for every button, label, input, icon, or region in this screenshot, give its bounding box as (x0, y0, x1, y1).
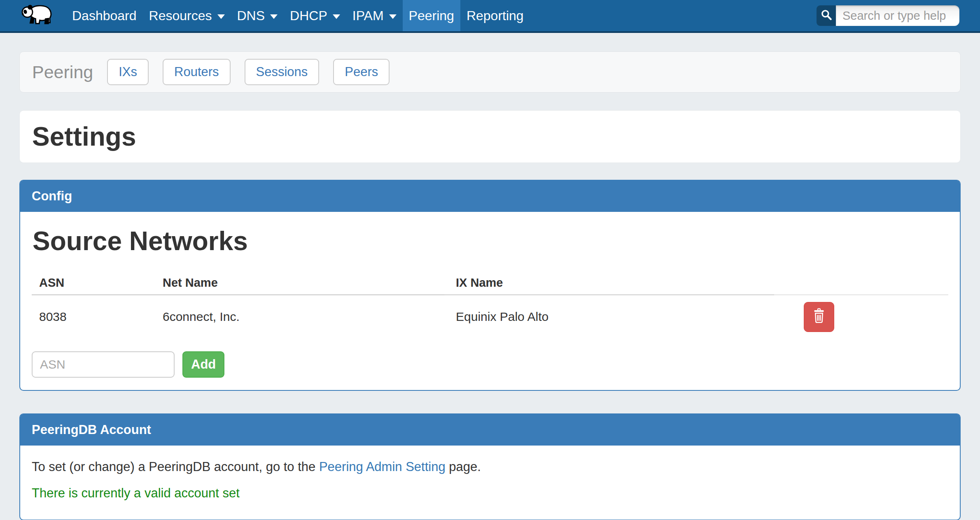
routers-button[interactable]: Routers (163, 59, 231, 85)
nav-label: IPAM (352, 8, 384, 23)
main-nav: Dashboard Resources DNS DHCP IPAM Peerin… (66, 0, 530, 31)
caret-down-icon (389, 14, 397, 19)
trash-icon (812, 307, 826, 327)
cell-actions (803, 302, 948, 332)
peeringdb-panel-body: To set (or change) a PeeringDB account, … (20, 446, 960, 520)
source-networks-heading: Source Networks (32, 226, 948, 256)
delete-source-network-button[interactable] (804, 302, 834, 332)
nav-label: DNS (237, 8, 265, 23)
top-navbar: Dashboard Resources DNS DHCP IPAM Peerin… (0, 0, 980, 33)
nav-item-reporting[interactable]: Reporting (460, 0, 530, 31)
search-button[interactable] (817, 5, 836, 26)
cell-net-name: 6connect, Inc. (163, 310, 456, 324)
config-panel: Config Source Networks ASN Net Name IX N… (19, 180, 961, 391)
nav-label: Dashboard (72, 8, 137, 23)
nav-item-peering[interactable]: Peering (403, 0, 460, 31)
search-input[interactable] (836, 5, 959, 26)
config-panel-body: Source Networks ASN Net Name IX Name 803… (20, 212, 960, 390)
column-header-ix-name: IX Name (456, 276, 803, 290)
page-content: Peering IXs Routers Sessions Peers Setti… (0, 51, 980, 520)
nav-label: DHCP (290, 8, 327, 23)
table-row: 8038 6connect, Inc. Equinix Palo Alto (32, 295, 948, 337)
nav-item-dhcp[interactable]: DHCP (284, 0, 346, 31)
column-header-net-name: Net Name (163, 276, 456, 290)
caret-down-icon (217, 14, 225, 19)
caret-down-icon (333, 14, 340, 19)
instruction-text-before: To set (or change) a PeeringDB account, … (32, 460, 319, 474)
settings-panel: Settings (19, 110, 961, 163)
instruction-text-after: page. (446, 460, 481, 474)
nav-item-ipam[interactable]: IPAM (346, 0, 403, 31)
nav-item-dashboard[interactable]: Dashboard (66, 0, 143, 31)
global-search (817, 0, 959, 31)
sessions-button[interactable]: Sessions (245, 59, 320, 85)
asn-input[interactable] (32, 351, 175, 378)
caret-down-icon (270, 14, 278, 19)
cell-asn: 8038 (32, 310, 163, 324)
brand-logo[interactable] (19, 0, 55, 31)
peering-toolbar: Peering IXs Routers Sessions Peers (19, 51, 961, 93)
table-header-row: ASN Net Name IX Name (32, 271, 948, 294)
column-header-asn: ASN (32, 276, 163, 290)
ixs-button[interactable]: IXs (107, 59, 149, 85)
nav-item-dns[interactable]: DNS (231, 0, 284, 31)
add-button[interactable]: Add (182, 351, 224, 378)
settings-heading: Settings (32, 121, 136, 152)
nav-item-resources[interactable]: Resources (143, 0, 231, 31)
nav-label: Resources (149, 8, 212, 23)
peering-admin-setting-link[interactable]: Peering Admin Setting (319, 460, 446, 474)
nav-label: Peering (409, 8, 454, 23)
peeringdb-instruction: To set (or change) a PeeringDB account, … (32, 460, 948, 474)
cell-ix-name: Equinix Palo Alto (456, 310, 803, 324)
search-icon (820, 8, 833, 23)
panda-logo (19, 2, 55, 29)
peeringdb-panel: PeeringDB Account To set (or change) a P… (19, 413, 961, 520)
nav-label: Reporting (467, 8, 524, 23)
account-status-message: There is currently a valid account set (32, 486, 948, 501)
peers-button[interactable]: Peers (333, 59, 390, 85)
add-source-network-form: Add (32, 351, 948, 378)
page-title: Peering (32, 62, 93, 82)
config-panel-header: Config (20, 181, 960, 212)
peeringdb-panel-header: PeeringDB Account (20, 414, 960, 446)
